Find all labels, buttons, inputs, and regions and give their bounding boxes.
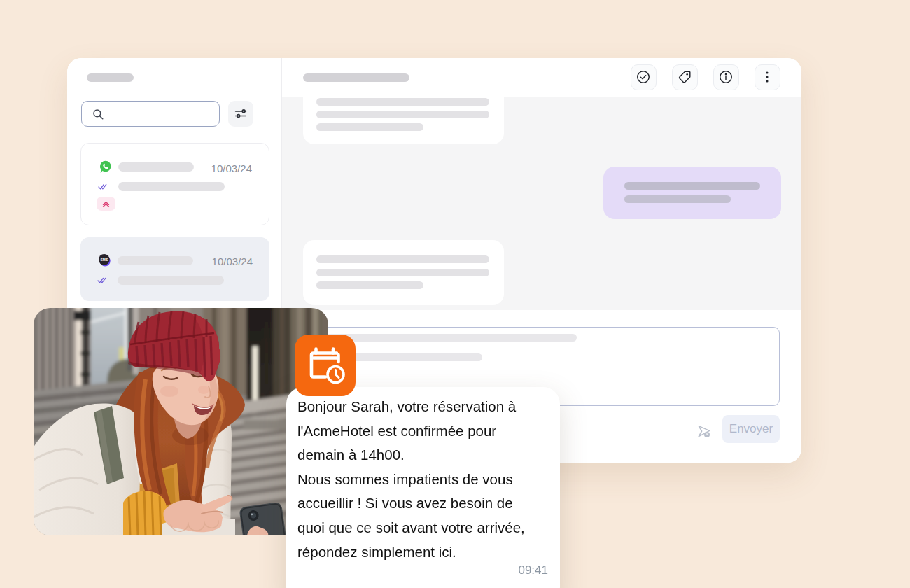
svg-text:SMS: SMS <box>101 258 108 262</box>
